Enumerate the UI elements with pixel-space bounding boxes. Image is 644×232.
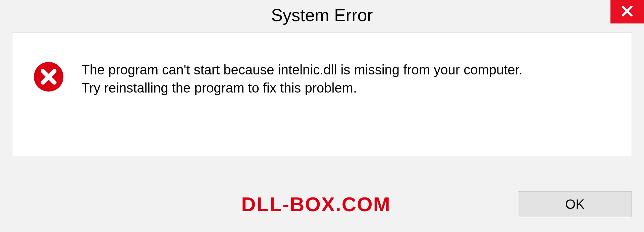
close-button[interactable]	[610, 0, 644, 23]
dialog-body: The program can't start because intelnic…	[12, 32, 632, 156]
title-bar: System Error	[0, 0, 644, 30]
close-icon	[621, 5, 634, 19]
system-error-dialog: System Error The program can't start bec…	[0, 0, 644, 232]
ok-button[interactable]: OK	[518, 191, 632, 217]
ok-button-label: OK	[565, 197, 585, 212]
dialog-footer: DLL-BOX.COM OK	[0, 191, 632, 217]
error-message: The program can't start because intelnic…	[82, 59, 611, 97]
brand-watermark: DLL-BOX.COM	[241, 193, 390, 216]
error-icon	[33, 61, 65, 94]
dialog-title: System Error	[271, 5, 373, 25]
error-message-line1: The program can't start because intelnic…	[82, 61, 611, 79]
error-message-line2: Try reinstalling the program to fix this…	[82, 79, 611, 97]
